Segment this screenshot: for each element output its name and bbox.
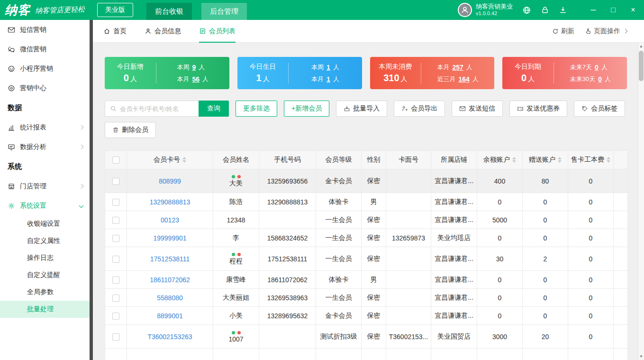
col-phone: 手机号码 — [259, 151, 316, 169]
col-balance[interactable]: 余额账户 — [477, 151, 523, 169]
member-card-link[interactable]: 13290888813 — [150, 198, 190, 206]
sort-icon[interactable] — [182, 157, 186, 163]
sort-icon[interactable] — [558, 157, 562, 163]
row-checkbox[interactable] — [112, 295, 119, 302]
stat-metric[interactable]: 近三月164人 — [437, 75, 479, 83]
row-checkbox[interactable] — [112, 199, 119, 206]
globe-icon[interactable] — [522, 6, 531, 15]
member-card-link[interactable]: 18611072062 — [150, 276, 190, 284]
close-button[interactable]: × — [629, 6, 637, 14]
sidebar-subitem-custom-reminder[interactable]: 自定义提醒 — [0, 267, 90, 284]
stat-metric[interactable]: 未来30天0人 — [570, 75, 611, 83]
sidebar-item-sms-marketing[interactable]: 短信营销 — [0, 20, 90, 39]
sidebar-item-miniprogram-marketing[interactable]: 小程序营销 — [0, 59, 90, 78]
nav-backend-management[interactable]: 后台管理 — [201, 3, 247, 20]
content-scrollbar[interactable]: ▲ ▼ — [638, 43, 644, 360]
row-checkbox[interactable] — [112, 333, 119, 341]
row-checkbox[interactable] — [112, 235, 119, 242]
scroll-up-arrow[interactable]: ▲ — [638, 44, 644, 48]
stat-metric[interactable]: 本月56人 — [177, 75, 209, 83]
add-member-button[interactable]: +新增会员 — [284, 101, 329, 117]
stat-metric[interactable]: 本月1人 — [311, 75, 339, 83]
tab-member-info[interactable]: 会员信息 — [145, 20, 181, 43]
lock-icon[interactable] — [541, 6, 549, 14]
member-card-link[interactable]: 00123 — [161, 216, 179, 224]
member-card-link[interactable]: 17512538111 — [150, 255, 190, 263]
stat-metric[interactable]: 本周1人 — [311, 63, 339, 72]
stat-metric[interactable]: 本月257人 — [437, 63, 472, 72]
row-checkbox[interactable] — [112, 277, 119, 284]
sidebar-item-system-settings[interactable]: 系统设置 — [0, 196, 90, 215]
tab-member-list[interactable]: 会员列表 — [199, 20, 236, 43]
col-gift[interactable]: 赠送账户 — [523, 151, 568, 169]
scrollbar-thumb[interactable] — [639, 51, 644, 81]
table-row: T360021532631007测试折扣3级保密T36002153...美业国贸… — [105, 325, 628, 349]
select-all-checkbox[interactable] — [112, 157, 119, 164]
stat-metric[interactable]: 未来7天0人 — [570, 63, 608, 72]
cell-balance: 5000 — [477, 211, 523, 229]
sidebar-subitem-operation-log[interactable]: 操作日志 — [0, 249, 90, 267]
row-checkbox[interactable] — [112, 178, 119, 185]
more-filters-button[interactable]: 更多筛选 — [236, 101, 277, 117]
cell-card-fee: 0 — [568, 307, 614, 325]
metric-value: 1 — [327, 75, 330, 83]
sidebar-item-label: 营销中心 — [20, 84, 46, 92]
send-sms-button[interactable]: 发送短信 — [452, 101, 503, 117]
member-name: 大美 — [215, 179, 257, 188]
sidebar-item-data-analysis[interactable]: 数据分析 — [0, 137, 90, 157]
stat-metric[interactable]: 本周9人 — [177, 63, 205, 72]
tab-label: 会员列表 — [209, 27, 236, 36]
cell-balance: 0 — [477, 271, 523, 289]
maximize-button[interactable]: □ — [609, 6, 617, 14]
member-name: 1007 — [215, 335, 257, 343]
member-card-link[interactable]: 5588080 — [157, 294, 183, 302]
sidebar-subitem-batch-processing[interactable]: 批量处理 — [0, 301, 90, 318]
search-input[interactable] — [120, 105, 194, 112]
stat-title: 今日新增 — [117, 63, 144, 71]
row-checkbox[interactable] — [112, 217, 119, 224]
stat-card-birthday-today: 今日生日 1人 本周1人 本月1人 — [237, 57, 362, 89]
row-checkbox[interactable] — [112, 313, 119, 320]
page-operations-button[interactable]: 页面操作 — [585, 27, 627, 36]
member-card-link[interactable]: 808999 — [159, 177, 181, 185]
cell-checkbox — [105, 169, 127, 193]
minimize-button[interactable]: ─ — [589, 6, 598, 14]
cell-balance: 0 — [477, 193, 523, 211]
nav-front-cashier[interactable]: 前台收银 — [146, 3, 192, 20]
member-card-link[interactable]: T36002153263 — [147, 333, 192, 341]
download-icon[interactable] — [559, 6, 567, 14]
sort-icon[interactable] — [512, 157, 516, 163]
row-checkbox[interactable] — [112, 256, 119, 263]
sidebar-subitem-cashier-settings[interactable]: 收银端设置 — [0, 215, 90, 232]
account-info[interactable]: 纳客营销美业 v1.0.0.42 — [458, 3, 513, 17]
sidebar-subitem-custom-properties[interactable]: 自定义属性 — [0, 232, 90, 249]
scroll-down-arrow[interactable]: ▼ — [638, 354, 644, 359]
member-card-link[interactable]: 199999901 — [153, 234, 186, 242]
sidebar-item-wechat-marketing[interactable]: 微信营销 — [0, 39, 90, 59]
metric-value: 257 — [453, 64, 463, 71]
sidebar-scrollbar[interactable] — [90, 20, 93, 360]
stat-card-no-consume-week: 本周未消费 310人 本月257人 近三月164人 — [370, 57, 495, 89]
cell-extra — [614, 211, 628, 229]
sidebar-item-store-management[interactable]: 门店管理 — [0, 176, 90, 196]
sort-icon[interactable] — [607, 157, 610, 163]
sidebar-item-statistics-report[interactable]: 统计报表 — [0, 118, 90, 137]
tab-home[interactable]: 首页 — [103, 20, 127, 43]
cell-gift: 0 — [523, 211, 568, 229]
delete-member-button[interactable]: 删除会员 — [105, 122, 156, 138]
col-card-no[interactable]: 会员卡号 — [127, 151, 213, 169]
member-export-button[interactable]: 会员导出 — [394, 101, 445, 117]
batch-import-button[interactable]: 批量导入 — [336, 101, 387, 117]
member-card-link[interactable]: 8899001 — [157, 312, 183, 320]
app-version: v1.0.0.42 — [476, 10, 513, 17]
cell-name: 程程 — [213, 247, 259, 271]
member-tag-button[interactable]: 会员标签 — [574, 101, 625, 117]
col-card-fee[interactable]: 售卡工本费 — [568, 151, 614, 169]
avatar[interactable] — [458, 3, 472, 17]
refresh-button[interactable]: 刷新 — [552, 27, 574, 36]
query-button[interactable]: 查询 — [199, 101, 229, 117]
sidebar-subitem-global-params[interactable]: 全局参数 — [0, 284, 90, 301]
sidebar-item-marketing-center[interactable]: 营销中心 — [0, 78, 90, 98]
edition-button[interactable]: 美业版 — [97, 3, 133, 17]
send-coupon-button[interactable]: 发送优惠券 — [509, 101, 567, 117]
